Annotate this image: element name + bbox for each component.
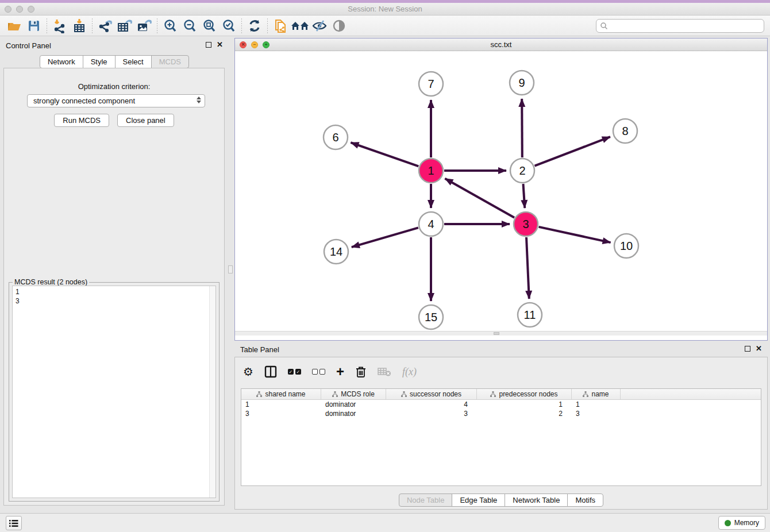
network-hscrollbar[interactable]: [235, 331, 767, 336]
table-tabs: Node Table Edge Table Network Table Moti…: [235, 494, 767, 507]
graph-edge-2-3[interactable]: [523, 184, 525, 208]
result-scrollbar[interactable]: [209, 286, 215, 498]
tab-motifs[interactable]: Motifs: [567, 494, 603, 507]
network-canvas[interactable]: 7 9 6 8 1 2 4 3 14 10 15 11: [235, 51, 767, 336]
table-cell[interactable]: dominator: [321, 410, 386, 418]
criterion-dropdown[interactable]: strongly connected component: [27, 94, 205, 107]
toolbar-separator: [241, 18, 242, 33]
graph-edge-4-14[interactable]: [352, 228, 418, 247]
table-cell[interactable]: 1: [241, 400, 321, 408]
close-table-panel-icon[interactable]: ✕: [756, 344, 762, 353]
column-header-name[interactable]: name: [572, 389, 621, 399]
mcds-result-title: MCDS result (2 nodes): [13, 278, 89, 286]
network-window-titlebar[interactable]: ✕ − + scc.txt: [235, 38, 767, 51]
graph-edge-2-9[interactable]: [522, 99, 522, 157]
tab-edge-table[interactable]: Edge Table: [452, 494, 505, 507]
select-all-button[interactable]: ✓ ✓: [288, 363, 301, 380]
table-cell[interactable]: 4: [386, 400, 477, 408]
tab-style[interactable]: Style: [83, 55, 116, 68]
memory-button[interactable]: Memory: [718, 516, 765, 530]
export-network-button[interactable]: [95, 17, 115, 34]
network-graph[interactable]: 7 9 6 8 1 2 4 3 14 10 15 11: [235, 51, 767, 336]
control-panel-title: Control Panel: [6, 41, 51, 50]
panel-divider-handle[interactable]: [228, 265, 233, 273]
table-row[interactable]: 1dominator411: [241, 400, 761, 409]
zoom-in-button[interactable]: [160, 17, 180, 34]
graph-edge-1-6[interactable]: [351, 142, 418, 166]
table-cell[interactable]: dominator: [321, 400, 386, 408]
graph-edge-3-1[interactable]: [445, 179, 514, 218]
tab-node-table[interactable]: Node Table: [399, 494, 453, 507]
export-network-icon: [98, 18, 113, 33]
table-cell[interactable]: 3: [572, 410, 621, 418]
graph-node-label-15: 15: [425, 311, 437, 323]
session-title: Session: New Session: [0, 5, 770, 13]
graph-node-label-7: 7: [428, 78, 434, 90]
export-image-icon: [136, 18, 152, 33]
double-house-button[interactable]: [290, 17, 310, 34]
copy-network-button[interactable]: [271, 17, 290, 34]
function-builder-button[interactable]: f(x): [402, 363, 417, 380]
export-image-button[interactable]: [134, 17, 154, 34]
zoom-fit-button[interactable]: [199, 17, 219, 34]
tab-network-table[interactable]: Network Table: [505, 494, 568, 507]
control-panel: Control Panel ✕ Network Style Select MCD…: [1, 38, 228, 506]
mcds-result-text[interactable]: 1 3: [12, 286, 216, 498]
tab-network[interactable]: Network: [40, 55, 83, 68]
column-hierarchy-icon: [332, 391, 338, 397]
run-mcds-button[interactable]: Run MCDS: [54, 114, 109, 127]
open-session-button[interactable]: [5, 17, 24, 34]
toolbar-separator: [47, 18, 47, 33]
titlebar[interactable]: Session: New Session: [0, 3, 770, 16]
column-header-shared-name[interactable]: shared name: [241, 389, 321, 399]
search-field[interactable]: [596, 19, 764, 33]
graph-node-label-6: 6: [332, 131, 338, 144]
graph-edge-2-8[interactable]: [535, 137, 610, 166]
toolbar-separator: [92, 18, 93, 33]
tab-select[interactable]: Select: [115, 55, 152, 68]
column-header-MCDS-role[interactable]: MCDS role: [321, 389, 386, 399]
network-hscroll-thumb[interactable]: [494, 332, 499, 335]
mcds-result-group: MCDS result (2 nodes) 1 3: [9, 282, 220, 502]
column-header-predecessor-nodes[interactable]: predecessor nodes: [477, 389, 572, 399]
column-header-successor-nodes[interactable]: successor nodes: [386, 389, 477, 399]
table-cell[interactable]: 1: [572, 400, 621, 408]
table-cell[interactable]: 3: [386, 410, 477, 418]
toolbar-separator: [157, 18, 157, 33]
import-table-button[interactable]: [70, 17, 89, 34]
search-input[interactable]: [608, 21, 764, 31]
add-column-button[interactable]: +: [336, 363, 344, 380]
table-cell[interactable]: 1: [477, 400, 572, 408]
show-panels-button[interactable]: [6, 516, 22, 530]
optimization-criterion-label: Optimization criterion:: [4, 82, 224, 91]
column-view-button[interactable]: [264, 363, 277, 380]
save-session-button[interactable]: [24, 17, 44, 34]
float-table-panel-icon[interactable]: [745, 346, 750, 352]
graphics-details-button[interactable]: [329, 17, 349, 34]
export-table-button[interactable]: [115, 17, 134, 34]
save-session-icon: [27, 19, 41, 33]
table-cell[interactable]: 3: [241, 410, 321, 418]
hide-graphics-button[interactable]: [310, 17, 329, 34]
refresh-layout-button[interactable]: [245, 17, 264, 34]
delete-column-button[interactable]: [355, 363, 367, 380]
table-settings-button[interactable]: ⚙: [243, 363, 253, 380]
zoom-selected-button[interactable]: [219, 17, 238, 34]
result-line: 1: [16, 287, 213, 296]
import-network-button[interactable]: [50, 17, 70, 34]
table-cell[interactable]: 2: [477, 410, 572, 418]
graph-node-label-4: 4: [428, 218, 434, 230]
graph-edge-3-10[interactable]: [539, 227, 611, 242]
chevron-up-down-icon: [197, 97, 201, 103]
float-panel-icon[interactable]: [206, 42, 211, 48]
table-row[interactable]: 3dominator323: [241, 409, 761, 418]
graph-edge-3-11[interactable]: [526, 237, 529, 299]
graph-node-label-1: 1: [428, 164, 434, 177]
node-table[interactable]: shared name MCDS role successor nodes pr…: [241, 388, 761, 486]
close-panel-icon[interactable]: ✕: [217, 40, 223, 49]
delete-table-button[interactable]: [378, 363, 391, 380]
close-panel-button[interactable]: Close panel: [117, 114, 174, 127]
zoom-out-button[interactable]: [180, 17, 199, 34]
tab-mcds[interactable]: MCDS: [151, 55, 189, 68]
deselect-all-button[interactable]: [312, 363, 325, 380]
